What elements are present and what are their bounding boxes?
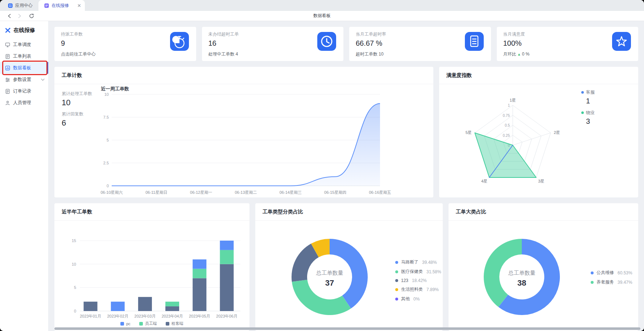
reload-icon: [29, 13, 34, 19]
legend-dot-icon: [591, 281, 594, 284]
svg-text:15: 15: [72, 238, 76, 243]
legend-item[interactable]: 马路断了39.48%: [395, 259, 441, 265]
legend-value: 3: [586, 117, 595, 126]
sidebar-item-label: 参数设置: [13, 77, 31, 83]
legend-label: 生活照料类: [401, 286, 423, 293]
sidebar-item-order-records[interactable]: 订单记录: [0, 85, 48, 97]
legend-label: 医疗保健类: [401, 269, 423, 275]
back-button[interactable]: [5, 12, 15, 20]
forward-button[interactable]: [15, 12, 24, 20]
legend-item[interactable]: 生活照料类7.89%: [395, 286, 441, 293]
legend-label: 公共维修: [596, 270, 614, 276]
legend-item[interactable]: pc: [120, 322, 131, 326]
work-order-count-card: 工单计数 累计处理工单数 10 累计回复数 6 近一周工单数 02.557.51…: [54, 67, 433, 197]
dashboard-icon: [5, 65, 10, 71]
app-window: 应用中心 在线报修 ✕ 数据看板: [0, 0, 644, 331]
clock-icon: [317, 32, 336, 51]
stat-label: 累计回复数: [62, 111, 97, 117]
stat-foot: 超时工单数 10: [356, 51, 384, 57]
legend-item[interactable]: 客服1: [581, 89, 595, 105]
row-breakdown-charts: 近半年工单数 0510152023年01月2023年02月2023年03月202…: [54, 203, 638, 331]
sidebar-item-work-order-dispatch[interactable]: 工单调度: [0, 39, 48, 50]
svg-text:06-10星期六: 06-10星期六: [100, 190, 123, 195]
legend-item[interactable]: 租客端: [166, 321, 183, 326]
legend-percent: 39.48%: [422, 260, 437, 265]
legend-item[interactable]: 养老服务39.47%: [591, 279, 632, 285]
dispatch-icon: [5, 42, 10, 48]
svg-text:5: 5: [74, 285, 76, 290]
reload-button[interactable]: [27, 12, 36, 20]
radar-legend: 客服1物业3: [581, 89, 595, 130]
legend-item[interactable]: 其他0%: [395, 296, 441, 302]
svg-text:总工单数量: 总工单数量: [316, 270, 343, 276]
clipboard-icon: [465, 32, 484, 51]
legend-item[interactable]: 医疗保健类31.58%: [395, 269, 441, 275]
legend-label: 养老服务: [596, 279, 614, 285]
app-center-icon: [8, 3, 13, 8]
arrow-up-icon: ▲: [517, 52, 521, 56]
legend-percent: 7.89%: [426, 287, 439, 292]
back-icon: [7, 13, 13, 19]
legend-item[interactable]: 员工端: [139, 321, 157, 326]
sidebar-item-work-order-list[interactable]: 工单列表: [0, 50, 48, 62]
svg-text:06-12星期一: 06-12星期一: [190, 190, 212, 195]
legend-value: 1: [586, 97, 595, 105]
horizontal-scrollbar[interactable]: [54, 327, 640, 330]
svg-text:0.75: 0.75: [503, 114, 510, 118]
satisfaction-radar-chart: 1星2星3星4星5星00.250.50.751: [439, 84, 595, 197]
sidebar-item-label: 工单列表: [13, 53, 31, 60]
svg-text:0: 0: [107, 184, 109, 188]
mom-label: 月环比: [503, 52, 516, 57]
legend-dot-icon: [395, 279, 398, 282]
svg-text:37: 37: [325, 278, 334, 287]
half-year-stacked-bar-chart: 0510152023年01月2023年02月2023年03月2023年04月20…: [54, 221, 249, 319]
tab-label: 在线报修: [51, 3, 69, 9]
stopwatch-icon: [170, 32, 189, 51]
stat-label: 累计处理工单数: [62, 91, 97, 97]
close-icon[interactable]: ✕: [77, 3, 81, 8]
sidebar-item-parameter-settings[interactable]: 参数设置: [0, 74, 48, 85]
svg-text:2023年06月: 2023年06月: [216, 314, 238, 318]
svg-text:2023年02月: 2023年02月: [107, 314, 128, 318]
svg-text:2星: 2星: [554, 130, 560, 135]
donut-legend: 公共维修60.53%养老服务39.47%: [591, 270, 632, 285]
mom-delta: 0 %: [522, 52, 529, 57]
card-title: 近半年工单数: [54, 203, 249, 221]
stat-foot: 处理中工单数 4: [209, 51, 238, 57]
half-year-orders-card: 近半年工单数 0510152023年01月2023年02月2023年03月202…: [54, 203, 249, 331]
svg-text:10: 10: [72, 262, 76, 266]
chevron-down-icon: [41, 78, 45, 81]
tab-app-center[interactable]: 应用中心: [2, 0, 38, 11]
cumulative-stats: 累计处理工单数 10 累计回复数 6: [54, 84, 97, 197]
go-to-work-order-center-link[interactable]: 点击前往工单中心: [61, 51, 96, 57]
legend-dot-icon: [591, 271, 594, 274]
sidebar-item-label: 人员管理: [13, 100, 31, 106]
svg-text:2023年01月: 2023年01月: [80, 314, 101, 318]
page-title: 数据看板: [0, 13, 644, 19]
svg-text:06-11星期日: 06-11星期日: [145, 190, 167, 195]
legend-dot-icon: [395, 270, 398, 273]
dashboard-main: 待派工单数 9 点击前往工单中心 未办结超时工单 16: [49, 21, 644, 331]
legend-dot-icon: [581, 91, 584, 94]
sidebar-item-personnel-management[interactable]: 人员管理: [0, 97, 48, 109]
legend-label: 客服: [586, 89, 595, 95]
legend-swatch-icon: [139, 322, 143, 326]
sidebar-item-data-dashboard[interactable]: 数据看板: [0, 62, 48, 74]
bar-chart-legend: pc员工端租客端: [54, 321, 249, 326]
svg-text:06-13星期二: 06-13星期二: [235, 190, 257, 195]
legend-item[interactable]: 物业3: [581, 110, 595, 126]
legend-item[interactable]: 12318.42%: [395, 278, 441, 283]
stat-value: 10: [62, 98, 97, 107]
stat-card-pending-orders: 待派工单数 9 点击前往工单中心: [54, 27, 196, 61]
legend-percent: 0%: [413, 297, 420, 302]
tab-online-repair[interactable]: 在线报修 ✕: [38, 0, 85, 11]
stat-card-overdue-orders: 未办结超时工单 16 处理中工单数 4: [202, 27, 344, 61]
svg-text:4星: 4星: [481, 179, 487, 183]
svg-text:0.25: 0.25: [503, 134, 510, 138]
legend-label: 物业: [586, 110, 595, 116]
svg-text:0: 0: [74, 309, 76, 313]
sidebar-item-label: 订单记录: [13, 88, 31, 94]
svg-text:06-14星期三: 06-14星期三: [280, 190, 302, 195]
legend-item[interactable]: 公共维修60.53%: [591, 270, 632, 276]
card-title: 工单类型分类占比: [255, 203, 443, 221]
